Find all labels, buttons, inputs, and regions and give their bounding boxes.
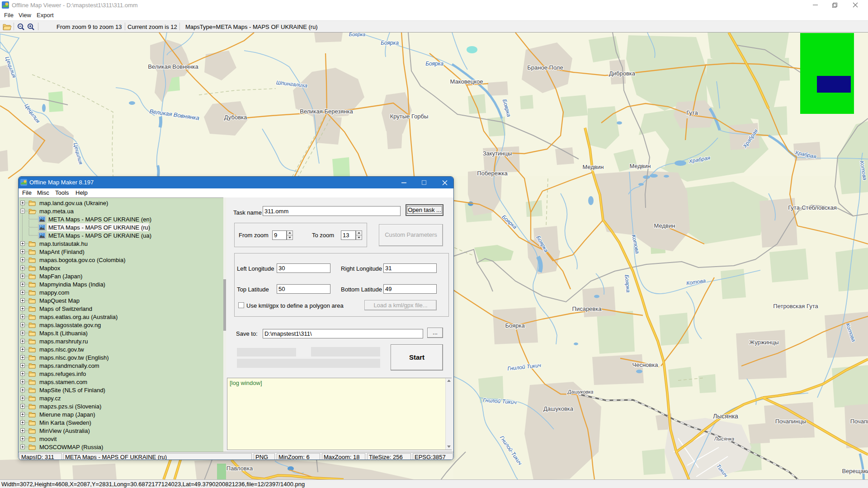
svg-text:Медвин: Медвин bbox=[654, 222, 675, 229]
svg-text:MapFan (Japan): MapFan (Japan) bbox=[39, 273, 82, 280]
svg-text:Min Karta (Sweden): Min Karta (Sweden) bbox=[39, 419, 91, 426]
svg-text:Браное Поле: Браное Поле bbox=[527, 64, 563, 71]
svg-text:Петровская Гута: Петровская Гута bbox=[773, 303, 818, 310]
svg-text:Гута-Стебловская: Гута-Стебловская bbox=[788, 204, 837, 211]
svg-text:Побережка: Побережка bbox=[477, 170, 508, 177]
svg-text:Mapmyindia Maps (India): Mapmyindia Maps (India) bbox=[39, 281, 105, 288]
svg-text:maps.randmcnally.com: maps.randmcnally.com bbox=[39, 362, 99, 369]
svg-text:MapAnt (Finland): MapAnt (Finland) bbox=[39, 249, 85, 255]
svg-text:Медвин: Медвин bbox=[583, 164, 604, 170]
svg-text:Павловка: Павловка bbox=[226, 465, 253, 472]
svg-text:META Maps - MAPS OF UKRAINE (e: META Maps - MAPS OF UKRAINE (en) bbox=[48, 216, 151, 223]
svg-text:Великая Вовнянка: Великая Вовнянка bbox=[148, 63, 198, 70]
svg-text:Дашуковка: Дашуковка bbox=[567, 389, 594, 394]
svg-text:mapy.cz: mapy.cz bbox=[39, 395, 61, 402]
svg-text:Боярка: Боярка bbox=[381, 40, 399, 46]
svg-text:MinView (Australia): MinView (Australia) bbox=[39, 427, 90, 434]
svg-text:maps.refuges.info: maps.refuges.info bbox=[39, 371, 86, 377]
svg-text:mappy.com: mappy.com bbox=[39, 289, 69, 296]
svg-text:MapQuest Map: MapQuest Map bbox=[39, 297, 80, 304]
svg-text:MapSite (NLS of Finland): MapSite (NLS of Finland) bbox=[39, 387, 105, 394]
svg-text:mapzs.pzs.si (Slovenia): mapzs.pzs.si (Slovenia) bbox=[39, 403, 101, 410]
svg-text:map.land.gov.ua (Ukraine): map.land.gov.ua (Ukraine) bbox=[39, 200, 108, 206]
svg-text:Медвин: Медвин bbox=[630, 163, 651, 169]
svg-text:Дубовка: Дубовка bbox=[224, 114, 247, 121]
svg-text:Гута: Гута bbox=[686, 109, 698, 116]
svg-text:Mapbox: Mapbox bbox=[39, 265, 61, 272]
svg-text:maps.stamen.com: maps.stamen.com bbox=[39, 379, 87, 385]
svg-text:MOSCOWMAP (Russia): MOSCOWMAP (Russia) bbox=[39, 444, 103, 450]
svg-text:Маковецкое: Маковецкое bbox=[450, 78, 483, 85]
svg-text:META Maps - MAPS OF UKRAINE (u: META Maps - MAPS OF UKRAINE (ua) bbox=[48, 232, 151, 239]
svg-text:Дашуковка: Дашуковка bbox=[543, 405, 574, 412]
svg-text:Крутые Горбы: Крутые Горбы bbox=[390, 113, 429, 120]
svg-text:moovit: moovit bbox=[39, 436, 57, 442]
svg-text:Писаревка: Писаревка bbox=[572, 305, 602, 312]
svg-text:Чесновка: Чесновка bbox=[632, 361, 659, 368]
svg-text:Maps.lt (Lithuania): Maps.lt (Lithuania) bbox=[39, 330, 88, 337]
svg-text:META Maps - MAPS OF UKRAINE (r: META Maps - MAPS OF UKRAINE (ru) bbox=[48, 224, 150, 231]
svg-text:Великая Березянка: Великая Березянка bbox=[300, 108, 353, 115]
svg-text:Почапинцы: Почапинцы bbox=[850, 418, 868, 425]
svg-text:mapas.bogota.gov.co (Colombia): mapas.bogota.gov.co (Colombia) bbox=[39, 257, 126, 263]
svg-text:Боярка: Боярка bbox=[505, 322, 525, 329]
svg-text:Верещаки: Верещаки bbox=[842, 468, 868, 474]
svg-text:maps.marshruty.ru: maps.marshruty.ru bbox=[39, 338, 88, 345]
svg-text:map.meta.ua: map.meta.ua bbox=[39, 208, 74, 215]
svg-text:Лысянка: Лысянка bbox=[714, 436, 734, 441]
svg-text:Дибровка: Дибровка bbox=[609, 70, 636, 77]
svg-text:maps.nlsc.gov.tw (English): maps.nlsc.gov.tw (English) bbox=[39, 354, 109, 361]
svg-text:Лысянка: Лысянка bbox=[713, 413, 738, 420]
svg-text:Maps of Switzerland: Maps of Switzerland bbox=[39, 305, 92, 312]
svg-text:maps.nlsc.gov.tw: maps.nlsc.gov.tw bbox=[39, 346, 84, 353]
svg-text:map.turistautak.hu: map.turistautak.hu bbox=[39, 240, 88, 247]
svg-text:maps.lagosstate.gov.ng: maps.lagosstate.gov.ng bbox=[39, 322, 101, 328]
svg-text:maps.eatlas.org.au (Australia): maps.eatlas.org.au (Australia) bbox=[39, 314, 118, 320]
svg-text:Почапинцы: Почапинцы bbox=[775, 418, 807, 425]
svg-text:Mierune map (Japan): Mierune map (Japan) bbox=[39, 411, 95, 418]
svg-text:Журжинцы: Журжинцы bbox=[749, 339, 778, 346]
svg-text:Закутинцы: Закутинцы bbox=[483, 150, 512, 157]
svg-text:Боярка: Боярка bbox=[425, 61, 443, 67]
